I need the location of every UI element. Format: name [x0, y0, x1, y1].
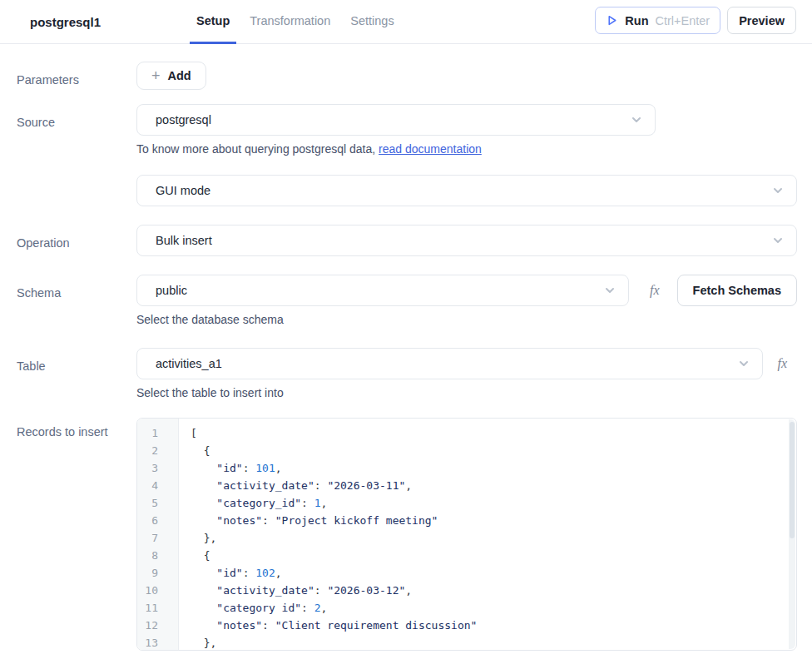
chevron-down-icon	[631, 114, 642, 126]
fx-toggle-icon[interactable]: fx	[777, 356, 787, 371]
records-code-editor[interactable]: 12345678910111213 [ { "id": 101, "activi…	[136, 418, 797, 651]
code-token: ,	[275, 462, 282, 474]
code-token: :	[314, 584, 328, 597]
line-number: 8	[137, 547, 178, 564]
operation-select-value: Bulk insert	[156, 234, 212, 247]
code-line: "notes": "Client requirement discussion"	[191, 617, 788, 634]
source-row: Source postgresql To know more about que…	[0, 104, 812, 156]
fetch-schemas-button[interactable]: Fetch Schemas	[677, 275, 797, 306]
operation-select[interactable]: Bulk insert	[136, 225, 797, 256]
code-token: 2	[314, 602, 321, 614]
code-token: :	[262, 619, 275, 632]
tab-bar: Setup Transformation Settings	[190, 0, 401, 44]
run-label: Run	[625, 14, 648, 27]
code-token: "Project kickoff meeting"	[275, 514, 438, 527]
line-number: 5	[137, 494, 178, 512]
line-number: 7	[137, 529, 178, 547]
code-token: "category id"	[191, 602, 301, 614]
schema-row: Schema public fx Fetch Schemas Select th…	[0, 275, 812, 326]
tab-settings[interactable]: Settings	[344, 0, 400, 44]
tab-setup-label: Setup	[196, 14, 230, 27]
schema-helper: Select the database schema	[136, 313, 797, 326]
code-line: {	[191, 442, 788, 459]
code-token: ,	[275, 567, 282, 579]
schema-select-value: public	[156, 284, 187, 297]
code-token: :	[314, 479, 328, 492]
code-line: {	[191, 547, 788, 564]
table-select[interactable]: activities_a1	[136, 348, 763, 379]
code-token: :	[262, 514, 275, 527]
code-token: "notes"	[191, 514, 262, 527]
code-token: :	[301, 497, 314, 509]
line-number: 11	[137, 599, 178, 617]
mode-row: GUI mode	[0, 175, 812, 206]
editor-scrollbar[interactable]	[789, 419, 795, 649]
mode-select[interactable]: GUI mode	[136, 175, 797, 206]
code-token: :	[301, 602, 314, 614]
tab-settings-label: Settings	[350, 14, 394, 27]
code-line: [	[191, 424, 788, 442]
code-line: "activity_date": "2026-03-11",	[191, 477, 788, 494]
source-helper-text: To know more about querying postgresql d…	[136, 142, 379, 156]
table-select-value: activities_a1	[156, 357, 222, 370]
line-number: 10	[137, 582, 178, 599]
line-number: 2	[137, 442, 178, 459]
records-label: Records to insert	[17, 418, 136, 651]
code-token: {	[191, 549, 210, 562]
code-token: :	[243, 567, 256, 579]
query-name[interactable]: postgresql1	[30, 0, 101, 43]
code-line: "category id": 2,	[191, 599, 788, 617]
chevron-down-icon	[772, 185, 784, 196]
preview-button[interactable]: Preview	[727, 7, 796, 34]
code-token: 1	[314, 497, 321, 509]
code-token: "id"	[191, 567, 243, 579]
code-lines[interactable]: [ { "id": 101, "activity_date": "2026-03…	[179, 419, 796, 650]
code-token: {	[191, 444, 210, 457]
code-token: "2026-03-12"	[327, 584, 405, 597]
preview-label: Preview	[739, 14, 785, 27]
code-token: "2026-03-11"	[327, 479, 405, 492]
code-line: "activity_date": "2026-03-12",	[191, 582, 788, 599]
chevron-down-icon	[772, 235, 784, 246]
code-token: "activity_date"	[191, 584, 314, 597]
code-line: },	[191, 529, 788, 547]
code-line: "id": 102,	[191, 564, 788, 582]
line-number: 3	[137, 459, 178, 477]
schema-label: Schema	[17, 275, 136, 326]
tab-transformation[interactable]: Transformation	[243, 0, 337, 44]
read-documentation-link[interactable]: read documentation	[379, 142, 482, 156]
code-token: "Client requirement discussion"	[275, 619, 478, 632]
code-token: "category_id"	[191, 497, 301, 509]
source-helper: To know more about querying postgresql d…	[136, 142, 797, 156]
code-token: ,	[405, 479, 412, 492]
code-token: 102	[255, 567, 275, 579]
line-number: 13	[137, 634, 178, 651]
add-parameter-button[interactable]: + Add	[136, 62, 206, 90]
plus-icon: +	[151, 68, 161, 83]
table-row: Table activities_a1 fx Select the table …	[0, 348, 812, 399]
schema-select[interactable]: public	[136, 275, 629, 306]
source-select-value: postgresql	[156, 113, 211, 126]
code-line: "notes": "Project kickoff meeting"	[191, 512, 788, 529]
run-shortcut: Ctrl+Enter	[655, 14, 710, 27]
editor-scrollbar-thumb[interactable]	[790, 422, 795, 538]
parameters-row: Parameters + Add	[0, 62, 812, 90]
chevron-down-icon	[604, 285, 616, 296]
run-button[interactable]: Run Ctrl+Enter	[595, 7, 720, 34]
source-select[interactable]: postgresql	[136, 104, 656, 136]
code-line: "id": 101,	[191, 459, 788, 477]
code-token: "id"	[191, 462, 243, 474]
code-gutter: 12345678910111213	[137, 419, 179, 650]
code-token: ,	[321, 602, 328, 614]
line-number: 6	[137, 512, 178, 529]
tab-setup[interactable]: Setup	[190, 0, 236, 44]
line-number: 1	[137, 424, 178, 442]
add-label: Add	[168, 69, 191, 82]
parameters-label: Parameters	[17, 62, 136, 90]
fx-toggle-icon[interactable]: fx	[650, 283, 660, 298]
header-actions: Run Ctrl+Enter Preview	[595, 7, 796, 34]
line-number: 4	[137, 477, 178, 494]
play-icon	[606, 14, 618, 27]
code-token: ,	[321, 497, 328, 509]
query-editor-header: postgresql1 Setup Transformation Setting…	[0, 0, 812, 44]
